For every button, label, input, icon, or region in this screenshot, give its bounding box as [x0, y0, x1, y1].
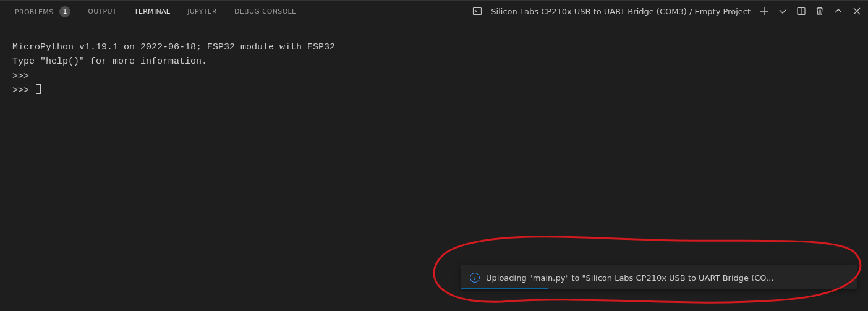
tab-jupyter[interactable]: JUPYTER: [179, 2, 226, 20]
terminal-line: MicroPython v1.19.1 on 2022-06-18; ESP32…: [12, 42, 335, 53]
toast-progress-bar: [461, 288, 548, 289]
notification-toast[interactable]: i Uploading "main.py" to "Silicon Labs C…: [461, 265, 857, 289]
terminal-actions: Silicon Labs CP210x USB to UART Bridge (…: [472, 6, 862, 16]
launch-profile-icon[interactable]: [472, 6, 482, 16]
info-icon: i: [470, 273, 480, 283]
panel-header: PROBLEMS 1 OUTPUT TERMINAL JUPYTER DEBUG…: [0, 0, 868, 22]
new-terminal-button[interactable]: [759, 6, 769, 16]
kill-terminal-button[interactable]: [815, 6, 825, 16]
terminal-cursor: [36, 84, 41, 94]
split-terminal-button[interactable]: [796, 6, 806, 16]
terminal-line: Type "help()" for more information.: [12, 56, 207, 67]
tab-problems[interactable]: PROBLEMS 1: [6, 1, 79, 22]
tab-debug-console[interactable]: DEBUG CONSOLE: [226, 2, 305, 20]
toast-message: Uploading "main.py" to "Silicon Labs CP2…: [486, 273, 848, 283]
maximize-panel-button[interactable]: [833, 6, 843, 16]
terminal-dropdown-button[interactable]: [778, 6, 788, 16]
terminal-line: >>>: [12, 71, 35, 82]
tab-label: PROBLEMS: [15, 7, 53, 15]
panel-tabs: PROBLEMS 1 OUTPUT TERMINAL JUPYTER DEBUG…: [6, 1, 305, 22]
terminal-prompt: >>>: [12, 85, 35, 96]
terminal-output[interactable]: MicroPython v1.19.1 on 2022-06-18; ESP32…: [0, 22, 868, 98]
tab-output[interactable]: OUTPUT: [79, 2, 126, 20]
terminal-profile-label[interactable]: Silicon Labs CP210x USB to UART Bridge (…: [491, 7, 751, 16]
close-panel-button[interactable]: [852, 6, 862, 16]
tab-terminal[interactable]: TERMINAL: [126, 2, 179, 20]
problems-count-badge: 1: [59, 6, 70, 17]
